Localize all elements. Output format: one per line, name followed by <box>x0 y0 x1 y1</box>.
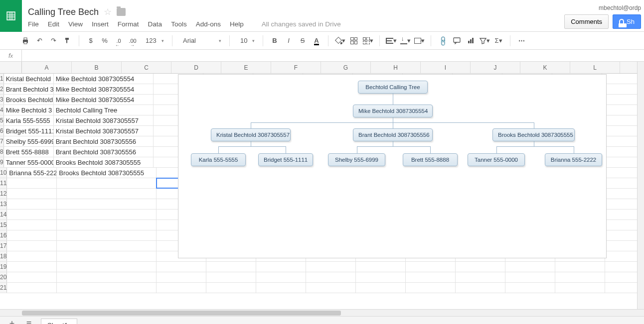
vertical-scrollbar[interactable] <box>637 62 644 309</box>
menu-file[interactable]: File <box>28 20 39 28</box>
row-header[interactable]: 2 <box>0 84 4 94</box>
org-node[interactable]: Brianna 555-2222 <box>545 153 602 166</box>
row-header[interactable]: 21 <box>0 283 7 293</box>
cell[interactable]: Mike Bechtold 3087305554 <box>54 84 154 94</box>
column-header[interactable]: D <box>171 62 221 73</box>
cell[interactable] <box>306 283 356 293</box>
column-header[interactable]: K <box>520 62 570 73</box>
cell[interactable] <box>57 283 157 293</box>
filter-button[interactable]: ▾ <box>479 35 490 46</box>
bold-button[interactable]: B <box>269 35 280 46</box>
cell[interactable] <box>256 283 306 293</box>
column-header[interactable]: I <box>421 62 471 73</box>
cell[interactable]: Karla 555-5555 <box>4 115 54 125</box>
cell[interactable] <box>7 199 57 209</box>
select-all-corner[interactable] <box>0 62 22 73</box>
cell[interactable] <box>306 262 356 272</box>
row-header[interactable]: 14 <box>0 210 7 219</box>
cell[interactable] <box>7 262 57 272</box>
format-percent[interactable]: % <box>99 35 110 46</box>
org-node[interactable]: Tanner 555-0000 <box>468 153 525 166</box>
row-header[interactable]: 19 <box>0 262 7 272</box>
cell[interactable] <box>157 272 206 282</box>
document-title[interactable]: Calling Tree Bech <box>28 7 99 17</box>
cell[interactable] <box>406 262 456 272</box>
decrease-decimal[interactable]: .0← <box>113 35 124 46</box>
cell[interactable] <box>57 178 157 188</box>
cell[interactable] <box>256 272 306 282</box>
row-header[interactable]: 16 <box>0 230 7 240</box>
column-header[interactable]: G <box>321 62 371 73</box>
insert-link-button[interactable]: 🔗 <box>435 33 450 48</box>
user-email[interactable]: mbechtol@ordp <box>599 4 641 11</box>
cell[interactable] <box>406 272 456 282</box>
cell[interactable]: Brett 555-8888 <box>4 147 54 157</box>
font-size-select[interactable]: 10 <box>236 35 257 47</box>
cell[interactable] <box>7 178 57 188</box>
cell[interactable] <box>505 283 555 293</box>
cell[interactable] <box>356 272 406 282</box>
row-header[interactable]: 1 <box>0 74 4 84</box>
folder-icon[interactable] <box>117 8 126 16</box>
cell[interactable] <box>306 272 356 282</box>
cell[interactable] <box>206 262 256 272</box>
strikethrough-button[interactable]: S <box>297 35 308 46</box>
cell[interactable]: Kristal Bechtold 3087305557 <box>54 115 154 125</box>
sheet-tab[interactable]: Sheet1 <box>41 319 77 324</box>
menu-edit[interactable]: Edit <box>48 20 59 28</box>
row-header[interactable]: 8 <box>0 147 4 157</box>
format-currency[interactable]: $ <box>85 35 96 46</box>
cell[interactable]: Brooks Bechtold <box>4 95 54 105</box>
org-node[interactable]: Kristal Bechtold 3087305557 <box>211 128 291 141</box>
cell[interactable] <box>57 220 157 230</box>
cell[interactable] <box>157 262 206 272</box>
cell[interactable] <box>555 283 605 293</box>
cell[interactable] <box>7 251 57 261</box>
star-icon[interactable]: ☆ <box>104 6 112 17</box>
column-header[interactable]: H <box>371 62 421 73</box>
row-header[interactable]: 15 <box>0 220 7 230</box>
app-logo[interactable] <box>0 0 22 32</box>
cell[interactable] <box>57 189 157 199</box>
cell[interactable]: Tanner 555-0000 <box>4 157 54 167</box>
cell[interactable] <box>57 230 157 240</box>
row-header[interactable]: 12 <box>0 189 7 199</box>
cell[interactable]: Brant Bechtold 3 <box>4 84 54 94</box>
row-header[interactable]: 4 <box>0 105 4 115</box>
cell[interactable] <box>57 272 157 282</box>
cell[interactable] <box>555 262 605 272</box>
increase-decimal[interactable]: .00→ <box>127 35 138 46</box>
text-color-button[interactable]: A <box>311 35 322 46</box>
menu-view[interactable]: View <box>68 20 83 28</box>
undo-icon[interactable]: ↶ <box>34 35 45 46</box>
horizontal-scrollbar[interactable] <box>0 309 644 316</box>
cell[interactable] <box>7 241 57 251</box>
cell[interactable] <box>505 272 555 282</box>
menu-format[interactable]: Format <box>118 20 139 28</box>
column-header[interactable]: E <box>221 62 271 73</box>
italic-button[interactable]: I <box>283 35 294 46</box>
cell[interactable]: Brooks Bechtold 3087305555 <box>57 168 157 178</box>
cell[interactable]: Brant Bechtold 3087305556 <box>54 147 154 157</box>
org-node[interactable]: Shelby 555-6999 <box>328 153 385 166</box>
cell[interactable]: Shelby 555-6999 <box>4 136 54 146</box>
cell[interactable] <box>7 189 57 199</box>
row-header[interactable]: 17 <box>0 241 7 251</box>
org-node[interactable]: Bechtold Calling Tree <box>358 81 428 94</box>
column-header[interactable]: L <box>570 62 620 73</box>
cell[interactable]: Mike Bechtold 3 <box>4 105 54 115</box>
column-header[interactable]: A <box>22 62 72 73</box>
row-header[interactable]: 13 <box>0 199 7 209</box>
menu-help[interactable]: Help <box>230 20 244 28</box>
cell[interactable] <box>57 262 157 272</box>
text-wrap-button[interactable]: ▾ <box>414 35 425 46</box>
row-header[interactable]: 9 <box>0 157 4 167</box>
menu-tools[interactable]: Tools <box>171 20 187 28</box>
add-sheet-button[interactable]: + <box>7 319 17 324</box>
insert-comment-button[interactable] <box>451 35 462 46</box>
all-sheets-button[interactable]: ≡ <box>24 319 34 324</box>
cell[interactable] <box>57 251 157 261</box>
share-button[interactable]: Sh <box>613 14 641 29</box>
cell[interactable] <box>57 210 157 219</box>
more-icon[interactable]: ⋯ <box>516 35 527 46</box>
